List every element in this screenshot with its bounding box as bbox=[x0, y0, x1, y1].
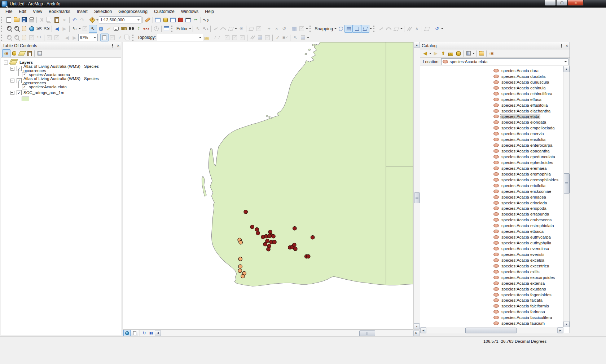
delete-icon[interactable]: × bbox=[61, 16, 68, 23]
python-window-icon[interactable] bbox=[184, 16, 192, 23]
advanced-editing-overflow[interactable] bbox=[441, 28, 443, 30]
layout-zoom-out-icon[interactable]: − bbox=[13, 34, 20, 41]
catalog-view-icon[interactable] bbox=[465, 50, 472, 57]
catalog-tree-item[interactable]: species:Acacia etbaica bbox=[420, 228, 570, 234]
pause-drawing-icon[interactable]: ▮▮ bbox=[148, 330, 154, 336]
explode-multipart-icon[interactable] bbox=[238, 34, 246, 41]
hyperlink-icon[interactable] bbox=[105, 25, 112, 32]
menu-view[interactable]: View bbox=[30, 8, 45, 15]
catalog-window-icon[interactable] bbox=[162, 16, 169, 23]
catalog-tree-item[interactable]: species:Acacia echinula bbox=[420, 85, 570, 91]
edit-tool-icon[interactable]: ↖ bbox=[194, 25, 202, 32]
select-features-dropdown[interactable] bbox=[79, 28, 81, 30]
catalog-tree-item[interactable]: species:Acacia effusifolia bbox=[420, 102, 570, 108]
end-snapping-icon[interactable] bbox=[344, 25, 353, 33]
menu-edit[interactable]: Edit bbox=[16, 8, 30, 15]
catalog-tree-item[interactable]: species:Acacia enervia bbox=[420, 131, 570, 137]
catalog-tree-item[interactable]: species:Acacia eremophiloides bbox=[420, 177, 570, 183]
topology-edit-tool-icon[interactable] bbox=[213, 34, 221, 41]
map-view[interactable] bbox=[123, 42, 413, 329]
modelbuilder-icon[interactable]: ⊶ bbox=[192, 16, 199, 23]
catalog-back-icon[interactable]: ◀ bbox=[421, 50, 429, 57]
validate-topology-icon[interactable]: ✓ bbox=[274, 34, 281, 41]
toolbar-grip[interactable] bbox=[1, 35, 4, 41]
save-icon[interactable] bbox=[20, 16, 28, 23]
home-folder-icon[interactable] bbox=[447, 50, 454, 57]
map-canvas[interactable] bbox=[123, 42, 413, 329]
minimize-button[interactable]: — bbox=[545, 0, 556, 6]
attributes-icon[interactable] bbox=[290, 25, 298, 32]
snapping-overflow[interactable] bbox=[370, 28, 372, 30]
layout-fixed-zoom-out-icon[interactable] bbox=[53, 34, 61, 41]
catalog-tree-item[interactable]: species:Acacia exocarpoides bbox=[420, 275, 570, 280]
toc-layer-label[interactable]: SOC_admgv_aus_1m bbox=[23, 90, 64, 95]
zoom-out-icon[interactable]: − bbox=[13, 25, 20, 32]
data-view-button[interactable] bbox=[123, 330, 131, 336]
catalog-tree-item[interactable]: species:Acacia estrophiolata bbox=[420, 223, 570, 228]
collapse-icon[interactable] bbox=[10, 91, 14, 95]
layout-zoom-whole-page-icon[interactable] bbox=[28, 34, 35, 41]
data-driven-pages-icon[interactable] bbox=[124, 34, 131, 41]
scroll-thumb[interactable] bbox=[359, 330, 375, 336]
catalog-tree-item[interactable]: species:Acacia everistii bbox=[420, 252, 570, 257]
align-edge-icon[interactable] bbox=[256, 34, 264, 41]
catalog-vertical-scrollbar[interactable]: ▲ ▼ bbox=[563, 66, 570, 327]
catalog-tree-item[interactable]: species:Acacia errabunda bbox=[420, 211, 570, 217]
layout-view-button[interactable] bbox=[131, 330, 138, 336]
select-elements-icon[interactable]: ↖ bbox=[89, 25, 97, 33]
catalog-tree-item[interactable]: species:Acacia faucium bbox=[420, 320, 570, 326]
measure-icon[interactable] bbox=[120, 25, 127, 32]
catalog-tree-item[interactable]: species:Acacia fagonioides bbox=[420, 292, 570, 298]
viewer-window-icon[interactable] bbox=[163, 25, 170, 32]
paste-icon[interactable] bbox=[53, 16, 61, 23]
map-topology-icon[interactable] bbox=[203, 34, 211, 41]
show-shared-features-icon[interactable] bbox=[223, 34, 231, 41]
scroll-right-icon[interactable]: ▶ bbox=[557, 327, 563, 333]
point-tool-icon[interactable]: ✳ bbox=[237, 25, 245, 32]
fixed-zoom-out-icon[interactable]: ⇱⇲ bbox=[43, 25, 50, 32]
layout-go-forward-icon[interactable]: ▶ bbox=[71, 34, 78, 41]
construction-tool-dropdown[interactable] bbox=[235, 28, 237, 30]
layout-zoom-in-icon[interactable]: + bbox=[5, 34, 13, 41]
catalog-tree-item[interactable]: species:Acacia exilis bbox=[420, 269, 570, 275]
toc-sublayer-label[interactable]: species:Acacia elata bbox=[29, 85, 67, 89]
close-icon[interactable]: × bbox=[566, 44, 568, 48]
catalog-view-dropdown[interactable] bbox=[473, 53, 475, 55]
up-one-level-icon[interactable]: ⬆ bbox=[439, 50, 447, 57]
catalog-tree-item[interactable]: species:Acacia euthycarpa bbox=[420, 234, 570, 240]
catalog-back-dropdown[interactable] bbox=[429, 53, 431, 55]
open-icon[interactable] bbox=[13, 16, 20, 23]
whats-this-icon[interactable]: ↖? bbox=[202, 16, 210, 23]
go-forward-extent-icon[interactable]: ▶ bbox=[61, 25, 68, 32]
edge-snapping-icon[interactable] bbox=[361, 25, 369, 33]
catalog-tree-item[interactable]: species:Acacia excelsa bbox=[420, 257, 570, 263]
scroll-right-icon[interactable]: ▶ bbox=[413, 330, 420, 336]
list-by-selection-icon[interactable] bbox=[26, 50, 33, 57]
construction-tool-icon[interactable] bbox=[227, 25, 234, 32]
collapse-icon[interactable] bbox=[10, 67, 14, 71]
catalog-tree-item[interactable]: species:Acacia elongata bbox=[420, 119, 570, 125]
pin-icon[interactable] bbox=[559, 44, 563, 48]
toc-layer-row[interactable]: ✓ SOC_admgv_aus_1m bbox=[1, 90, 121, 96]
shape-tool-dropdown[interactable] bbox=[400, 28, 403, 30]
collapse-icon[interactable] bbox=[4, 61, 8, 65]
catalog-tree-item[interactable]: species:Acacia fasciculifera bbox=[420, 315, 570, 320]
zoom-in-icon[interactable]: + bbox=[5, 25, 13, 32]
default-geodatabase-icon[interactable] bbox=[454, 50, 462, 57]
toc-options-icon[interactable] bbox=[36, 50, 43, 57]
catalog-tree-item[interactable]: species:Acacia epacantha bbox=[420, 148, 570, 154]
catalog-tree-item[interactable]: species:Acacia empelioclada bbox=[420, 125, 570, 131]
refresh-view-icon[interactable]: ↻ bbox=[141, 330, 148, 336]
connect-to-folder-icon[interactable] bbox=[478, 50, 485, 57]
menu-insert[interactable]: Insert bbox=[74, 8, 91, 15]
copy-parallel-icon[interactable] bbox=[405, 25, 413, 32]
menu-selection[interactable]: Selection bbox=[91, 8, 115, 15]
fix-error-tool-icon[interactable]: ↖ bbox=[291, 34, 299, 41]
scroll-thumb[interactable] bbox=[414, 192, 420, 203]
topology-combo[interactable] bbox=[157, 34, 203, 41]
catalog-tree-item[interactable]: species:Acacia ephedroides bbox=[420, 160, 570, 165]
toolbar-grip[interactable] bbox=[132, 35, 135, 41]
clear-selection-icon[interactable] bbox=[81, 25, 89, 32]
topology-overflow[interactable] bbox=[307, 37, 309, 39]
angle-tool-icon[interactable]: ∧ bbox=[413, 25, 421, 32]
